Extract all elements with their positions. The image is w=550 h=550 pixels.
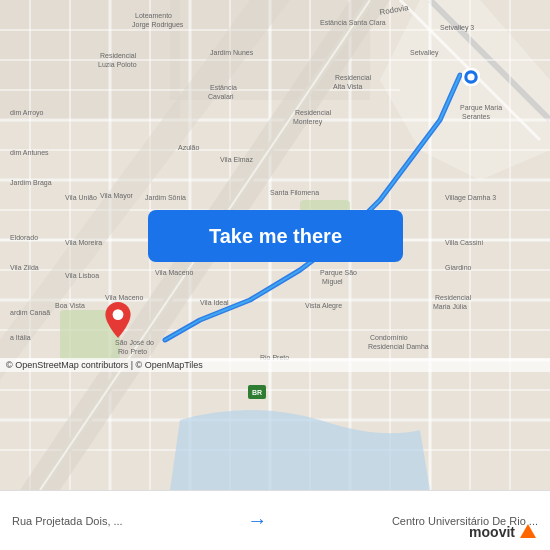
svg-text:Vila Lisboa: Vila Lisboa — [65, 272, 99, 279]
svg-text:Giardino: Giardino — [445, 264, 472, 271]
svg-text:Residencial Damha: Residencial Damha — [368, 343, 429, 350]
svg-text:São José do: São José do — [115, 339, 154, 346]
footer-arrow-icon: → — [239, 509, 275, 532]
svg-text:Santa Filomena: Santa Filomena — [270, 189, 319, 196]
svg-text:Jardim Braga: Jardim Braga — [10, 179, 52, 187]
svg-text:a Itália: a Itália — [10, 334, 31, 341]
svg-text:dim Antunes: dim Antunes — [10, 149, 49, 156]
svg-text:Parque Maria: Parque Maria — [460, 104, 502, 112]
svg-text:Cavalari: Cavalari — [208, 93, 234, 100]
svg-text:Rio Preto: Rio Preto — [118, 348, 147, 355]
svg-text:Boa Vista: Boa Vista — [55, 302, 85, 309]
svg-text:Vila Mayor: Vila Mayor — [100, 192, 134, 200]
svg-text:Vila União: Vila União — [65, 194, 97, 201]
svg-text:Residencial: Residencial — [435, 294, 472, 301]
svg-text:Vista Alegre: Vista Alegre — [305, 302, 342, 310]
svg-text:dim Arroyo: dim Arroyo — [10, 109, 44, 117]
svg-text:Serantes: Serantes — [462, 113, 491, 120]
svg-text:Estância Santa Clara: Estância Santa Clara — [320, 19, 386, 26]
svg-text:Estância: Estância — [210, 84, 237, 91]
moovit-name: moovit — [469, 524, 515, 540]
svg-text:Vila Moreira: Vila Moreira — [65, 239, 102, 246]
footer: Rua Projetada Dois, ... → Centro Univers… — [0, 490, 550, 550]
svg-text:Residencial: Residencial — [100, 52, 137, 59]
svg-text:Maria Júlia: Maria Júlia — [433, 303, 467, 310]
svg-text:Parque São: Parque São — [320, 269, 357, 277]
footer-origin: Rua Projetada Dois, ... — [12, 515, 123, 527]
svg-text:Azulão: Azulão — [178, 144, 200, 151]
svg-text:Villa Cassini: Villa Cassini — [445, 239, 483, 246]
svg-text:Vila Maceno: Vila Maceno — [155, 269, 194, 276]
take-me-there-button[interactable]: Take me there — [148, 210, 403, 262]
moovit-branding: moovit — [469, 522, 538, 542]
origin-pin — [462, 68, 480, 86]
svg-text:Village Damha 3: Village Damha 3 — [445, 194, 496, 202]
svg-point-90 — [113, 309, 124, 320]
svg-text:Vila Ideal: Vila Ideal — [200, 299, 229, 306]
svg-text:Monterey: Monterey — [293, 118, 323, 126]
svg-text:Alta Vista: Alta Vista — [333, 83, 363, 90]
svg-text:Condomínio: Condomínio — [370, 334, 408, 341]
svg-text:Setvalley 3: Setvalley 3 — [440, 24, 474, 32]
svg-text:Vila Elmaz: Vila Elmaz — [220, 156, 253, 163]
svg-text:Miguel: Miguel — [322, 278, 343, 286]
destination-pin — [104, 302, 132, 338]
svg-text:Eldorado: Eldorado — [10, 234, 38, 241]
svg-text:Vila Zilda: Vila Zilda — [10, 264, 39, 271]
svg-text:Loteamento: Loteamento — [135, 12, 172, 19]
svg-point-92 — [467, 73, 474, 80]
svg-text:Setvalley: Setvalley — [410, 49, 439, 57]
svg-text:Jardim Nunes: Jardim Nunes — [210, 49, 254, 56]
svg-text:Residencial: Residencial — [295, 109, 332, 116]
svg-text:ardim Canaã: ardim Canaã — [10, 309, 50, 316]
svg-text:Luzia Poloto: Luzia Poloto — [98, 61, 137, 68]
svg-text:Vila Maceno: Vila Maceno — [105, 294, 144, 301]
svg-text:Jorge Rodrigues: Jorge Rodrigues — [132, 21, 184, 29]
svg-text:Jardim Sônia: Jardim Sônia — [145, 194, 186, 201]
origin-label: Rua Projetada Dois, ... — [12, 515, 123, 527]
svg-text:Residencial: Residencial — [335, 74, 372, 81]
moovit-logo-icon — [518, 522, 538, 542]
copyright-text: © OpenStreetMap contributors | © OpenMap… — [6, 360, 203, 370]
map-container: Rodovia Setvalley 3 Setvalley Estância S… — [0, 0, 550, 490]
svg-text:BR: BR — [252, 389, 262, 396]
copyright-bar: © OpenStreetMap contributors | © OpenMap… — [0, 358, 550, 372]
